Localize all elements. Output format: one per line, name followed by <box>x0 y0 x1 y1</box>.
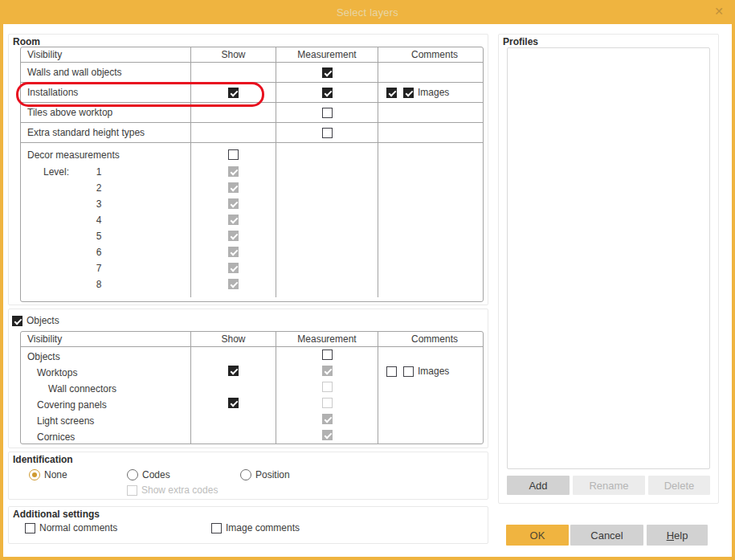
dialog-border-bottom <box>0 557 735 560</box>
level-checkbox[interactable] <box>228 215 239 225</box>
row-label: Covering panels <box>21 397 190 413</box>
identification-label: Identification <box>13 454 73 465</box>
row-label: Extra standard height types <box>21 123 191 142</box>
measurement-checkbox[interactable] <box>322 128 333 138</box>
measurement-checkbox[interactable] <box>322 398 333 408</box>
comments-images-checkbox[interactable] <box>403 366 414 377</box>
objects-section-checkbox[interactable] <box>12 316 22 326</box>
level-number: 7 <box>93 260 104 276</box>
cancel-button[interactable]: Cancel <box>570 525 643 546</box>
level-number: 8 <box>93 276 104 292</box>
radio-option-position[interactable]: Position <box>240 469 290 480</box>
profiles-label: Profiles <box>503 36 538 47</box>
table-row: Tiles above worktop <box>21 103 483 123</box>
radio-option-codes[interactable]: Codes <box>127 469 170 480</box>
show-checkbox[interactable] <box>228 398 239 408</box>
level-checkbox[interactable] <box>228 263 239 273</box>
help-rest: elp <box>674 529 688 542</box>
level-checkbox[interactable] <box>228 166 239 177</box>
decor-show-checkbox[interactable] <box>228 149 239 160</box>
dialog-border-right <box>732 0 735 560</box>
objects-table-body: Objects Worktops Wall connectors Coverin… <box>21 347 483 444</box>
table-row: Walls and wall objects <box>21 63 483 83</box>
show-extra-codes-checkbox <box>127 485 137 496</box>
show-extra-codes-label: Show extra codes <box>141 484 218 496</box>
table-row: Installations Images <box>21 83 483 103</box>
decor-measurements-label: Decor measurements <box>27 149 120 161</box>
ok-button[interactable]: OK <box>506 525 569 546</box>
header-visibility: Visibility <box>21 332 191 346</box>
room-label: Room <box>13 36 40 47</box>
show-checkbox[interactable] <box>228 88 239 98</box>
level-checkbox[interactable] <box>228 182 239 193</box>
level-checkboxes <box>228 166 239 295</box>
level-checkbox[interactable] <box>228 279 239 289</box>
level-number: 1 <box>93 164 104 180</box>
select-layers-dialog: Select layers ✕ Room Visibility Show Mea… <box>0 0 735 560</box>
objects-table: Visibility Show Measurement Comments Obj… <box>20 331 484 444</box>
comments-checkbox[interactable] <box>386 88 397 98</box>
row-label: Installations <box>21 83 191 102</box>
radio-icon[interactable] <box>240 469 251 480</box>
decor-measurements-block: Decor measurements Level: 1 2 3 4 5 6 7 … <box>21 143 483 297</box>
images-label: Images <box>418 366 449 377</box>
image-comments-option[interactable]: Image comments <box>211 522 300 533</box>
level-number: 5 <box>93 228 104 244</box>
show-checkbox[interactable] <box>228 366 239 376</box>
help-accelerator: H <box>667 529 674 542</box>
dialog-border-left <box>0 0 3 560</box>
rename-button: Rename <box>573 476 645 495</box>
row-label: Objects <box>21 349 190 365</box>
measurement-checkbox[interactable] <box>322 349 333 360</box>
level-checkbox[interactable] <box>228 231 239 241</box>
normal-comments-checkbox[interactable] <box>25 523 35 533</box>
level-number: 6 <box>93 244 104 260</box>
level-label: Level: <box>43 166 69 178</box>
radio-option-none[interactable]: None <box>29 469 67 480</box>
image-comments-checkbox[interactable] <box>211 523 222 533</box>
show-extra-codes-option: Show extra codes <box>127 484 218 496</box>
header-show: Show <box>191 332 276 346</box>
measurement-checkbox[interactable] <box>322 382 333 392</box>
row-label: Tiles above worktop <box>21 103 191 122</box>
measurement-checkbox[interactable] <box>322 67 333 78</box>
room-table: Visibility Show Measurement Comments Wal… <box>20 47 484 302</box>
row-label: Worktops <box>21 365 190 381</box>
delete-button: Delete <box>648 476 710 495</box>
table-row: Extra standard height types <box>21 123 483 143</box>
radio-icon[interactable] <box>127 469 138 480</box>
dialog-titlebar[interactable]: Select layers ✕ <box>0 0 735 24</box>
radio-label: None <box>44 469 67 480</box>
objects-table-header: Visibility Show Measurement Comments <box>21 332 483 347</box>
help-button[interactable]: Help <box>647 525 708 546</box>
comments-checkbox[interactable] <box>386 366 397 377</box>
objects-section: Objects Visibility Show Measurement Comm… <box>8 309 488 448</box>
room-section: Room Visibility Show Measurement Comment… <box>8 34 488 305</box>
measurement-checkbox[interactable] <box>322 414 333 424</box>
identification-section: Identification None Codes Position Show … <box>8 452 488 500</box>
profiles-section: Profiles Add Rename Delete <box>498 34 719 504</box>
measurement-checkbox[interactable] <box>322 430 333 440</box>
header-comments: Comments <box>378 47 483 62</box>
level-numbers: 1 2 3 4 5 6 7 8 <box>93 164 104 292</box>
radio-icon[interactable] <box>29 469 40 480</box>
close-icon[interactable]: ✕ <box>714 5 724 18</box>
level-checkbox[interactable] <box>228 198 239 209</box>
row-label: Light screens <box>21 413 190 429</box>
measurement-checkbox[interactable] <box>322 88 333 98</box>
header-measurement: Measurement <box>276 47 378 62</box>
level-checkbox[interactable] <box>228 247 239 257</box>
header-visibility: Visibility <box>21 47 191 62</box>
additional-settings-section: Additional settings Normal comments Imag… <box>8 506 488 544</box>
add-button[interactable]: Add <box>507 476 570 495</box>
measurement-checkbox[interactable] <box>322 366 333 376</box>
measurement-checkbox[interactable] <box>322 108 333 118</box>
radio-label: Position <box>255 469 290 480</box>
normal-comments-option[interactable]: Normal comments <box>25 522 117 533</box>
comments-images-checkbox[interactable] <box>403 88 414 98</box>
radio-label: Codes <box>142 469 170 480</box>
row-label: Walls and wall objects <box>21 63 191 82</box>
level-number: 3 <box>93 196 104 212</box>
profiles-listbox[interactable] <box>507 47 710 469</box>
row-label: Wall connectors <box>21 381 190 397</box>
